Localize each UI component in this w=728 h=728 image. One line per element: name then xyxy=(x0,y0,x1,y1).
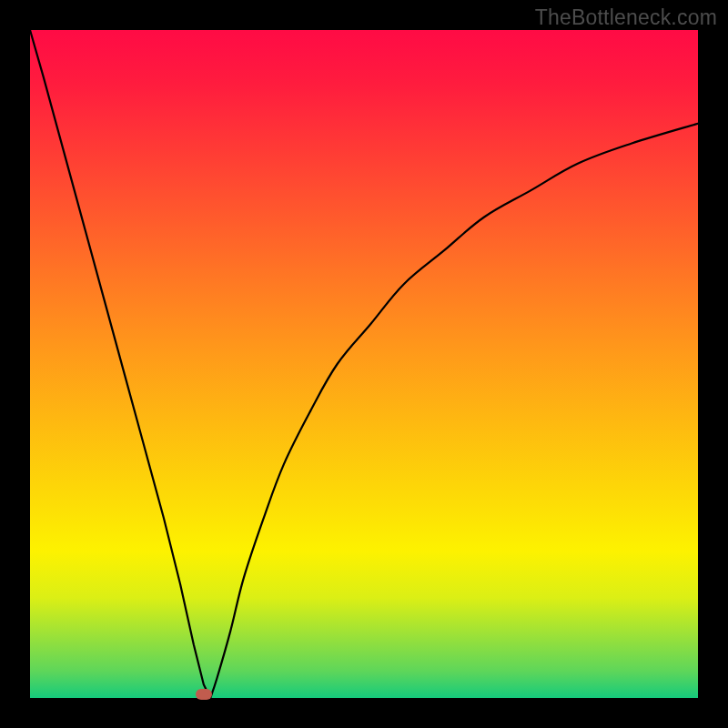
plot-area xyxy=(30,30,698,698)
curve-svg xyxy=(30,30,698,698)
watermark-text: TheBottleneck.com xyxy=(535,5,717,30)
chart-frame: TheBottleneck.com xyxy=(0,0,728,728)
curve-left-branch xyxy=(30,30,210,698)
bottleneck-marker xyxy=(196,689,212,700)
curve-right-branch xyxy=(210,124,698,698)
